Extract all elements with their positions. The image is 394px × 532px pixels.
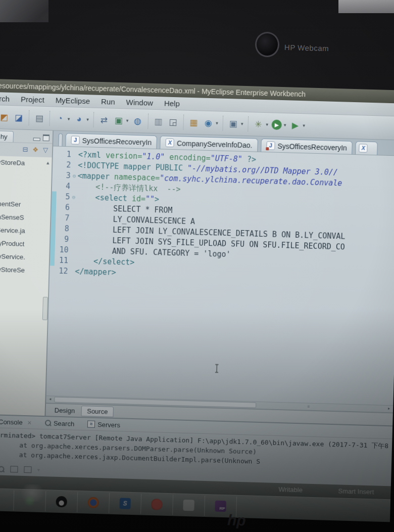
dropdown-arrow-icon[interactable]: ▾ <box>68 116 70 121</box>
axure-rp-icon[interactable]: RP <box>215 501 226 512</box>
fold-marker-icon <box>69 224 76 234</box>
scroll-left-arrow-icon[interactable]: ◂ <box>47 396 53 402</box>
fold-marker-icon[interactable]: ⊖ <box>71 170 78 181</box>
console-tab-servers[interactable]: ≋Servers <box>87 420 120 429</box>
dropdown-arrow-icon[interactable]: ▾ <box>126 118 129 123</box>
line-number: 2 <box>57 160 72 171</box>
firefox-icon[interactable] <box>87 497 99 509</box>
menu-window[interactable]: Window <box>120 98 159 107</box>
run-history-icon[interactable]: ▶ <box>289 119 301 131</box>
taskbar-button[interactable] <box>45 491 77 512</box>
view-tab-source[interactable]: Source <box>81 406 114 417</box>
fold-marker-icon[interactable]: ⊖ <box>70 192 77 202</box>
link-with-editor-icon[interactable]: ❖ <box>32 146 38 153</box>
browser-icon[interactable]: ◉ <box>203 117 214 129</box>
close-icon[interactable]: ⨯ <box>27 419 32 426</box>
fold-marker-icon <box>68 266 75 277</box>
code-token: <?xml <box>78 150 106 160</box>
new-project-icon[interactable]: ◩ <box>0 111 10 123</box>
line-number: 7 <box>56 213 70 224</box>
new-report-icon[interactable]: ▦ <box>188 117 200 128</box>
new-package-icon[interactable]: ◪ <box>13 112 25 123</box>
new-class-icon[interactable]: ◕ <box>73 113 85 125</box>
screenshot-icon[interactable]: ▣ <box>228 118 239 129</box>
xml-file-icon: X <box>359 144 368 152</box>
view-menu-icon[interactable]: ▽ <box>43 146 48 153</box>
webcam <box>255 32 279 57</box>
deploy-icon[interactable]: ⇄ <box>98 114 110 126</box>
menu-project[interactable]: Project <box>15 95 50 104</box>
hierarchy-tab-label: hy <box>1 132 8 140</box>
code-text: </mapper> <box>75 267 116 278</box>
file-tree-item[interactable]: nonSenseS <box>0 210 51 225</box>
dropdown-arrow-icon[interactable]: ▾ <box>216 120 218 125</box>
print-icon[interactable]: ▥ <box>153 116 164 127</box>
menu-help[interactable]: Help <box>159 99 185 108</box>
file-tree-item[interactable]: veryProduct <box>0 237 50 251</box>
scroll-up-arrow-icon[interactable]: ▲ <box>45 160 50 165</box>
dropdown-arrow-icon[interactable]: ▾ <box>284 122 286 127</box>
taskbar-button[interactable] <box>140 494 173 515</box>
code-token: > <box>155 195 160 204</box>
menu-myeclipse[interactable]: MyEclipse <box>50 96 96 106</box>
background-patch-left <box>0 0 48 22</box>
red-app-icon[interactable] <box>151 499 163 510</box>
view-tab-design[interactable]: Design <box>48 405 80 416</box>
taskbar-button[interactable] <box>172 495 205 516</box>
white-app-icon[interactable] <box>183 500 194 511</box>
workbench-main: hy ⊟❖▽ ▲ eryStoreDantmentSernonSenseSist… <box>0 129 394 425</box>
collapse-all-icon[interactable]: ⊟ <box>22 145 28 153</box>
sidebar-scrollbar-thumb[interactable] <box>42 297 48 320</box>
taskbar-button[interactable] <box>77 492 109 513</box>
webcam-label: HP Webcam <box>284 43 329 53</box>
run-server-icon[interactable]: ▣ <box>113 115 125 126</box>
java-file-icon: J <box>71 136 79 144</box>
menu-arch[interactable]: arch <box>0 94 15 103</box>
export-jar-icon[interactable]: ◲ <box>167 116 179 128</box>
run-icon[interactable]: ▶ <box>272 119 282 130</box>
toolbar-group: ◩◪ <box>0 109 29 125</box>
fold-marker-icon <box>70 202 77 213</box>
console-menu-arrow-icon[interactable]: ▿ <box>37 468 39 472</box>
console-tab-label: Search <box>54 419 75 427</box>
code-token: <select <box>77 193 132 203</box>
tab-edge-sliver <box>58 134 63 146</box>
file-tree-item[interactable]: eryStoreDa <box>0 156 52 170</box>
file-tree-item[interactable]: veryStoreSe <box>0 263 49 278</box>
minimize-panel-button[interactable] <box>33 138 40 141</box>
file-tree: ▲ eryStoreDantmentSernonSenseSistService… <box>0 156 52 416</box>
code-editor[interactable]: 1<?xml version="1.0" encoding="UTF-8" ?>… <box>46 146 394 405</box>
qq-icon[interactable] <box>56 496 67 508</box>
editor-tab-partial[interactable]: X <box>355 141 378 155</box>
dropdown-arrow-icon[interactable]: ▾ <box>303 123 305 128</box>
maximize-panel-button[interactable] <box>43 135 50 141</box>
scroll-right-arrow-icon[interactable]: ▸ <box>386 406 392 411</box>
code-token: "" <box>145 195 155 204</box>
code-token: <mapper <box>77 171 114 182</box>
console-tab-search[interactable]: Search <box>45 419 75 428</box>
line-number: 4 <box>57 181 71 192</box>
console-tab-console[interactable]: ▪Console⨯ <box>0 418 32 426</box>
save-icon[interactable]: ▤ <box>34 112 45 124</box>
hierarchy-tab[interactable]: hy <box>0 130 14 142</box>
screen: /resources/mappings/ylchina/recuperate/C… <box>0 79 394 522</box>
insert-mode-status: Smart Insert <box>338 487 374 496</box>
display-selected-console-icon[interactable] <box>24 466 31 473</box>
dropdown-arrow-icon[interactable]: ▾ <box>266 122 268 127</box>
search-icon <box>45 420 51 426</box>
pin-console-icon[interactable] <box>10 466 18 472</box>
file-tree-item[interactable]: istService.ja <box>0 224 50 238</box>
new-wizard-icon[interactable]: ◔ <box>55 113 66 124</box>
file-tree-item[interactable]: ntmentSer <box>0 197 51 212</box>
code-token: namespace= <box>114 172 160 183</box>
dropdown-arrow-icon[interactable]: ▾ <box>241 121 243 126</box>
magnifier-icon[interactable] <box>0 466 5 472</box>
menu-run[interactable]: Run <box>95 97 121 106</box>
taskbar-button[interactable]: S <box>109 493 141 514</box>
debug-icon[interactable]: ✳ <box>253 118 264 130</box>
blue-app-icon[interactable]: S <box>119 498 131 509</box>
line-number: 5 <box>56 192 71 203</box>
dropdown-arrow-icon[interactable]: ▾ <box>86 117 89 122</box>
web-browser-icon[interactable]: ◍ <box>132 115 143 127</box>
file-tree-item[interactable]: veryService. <box>0 250 50 264</box>
